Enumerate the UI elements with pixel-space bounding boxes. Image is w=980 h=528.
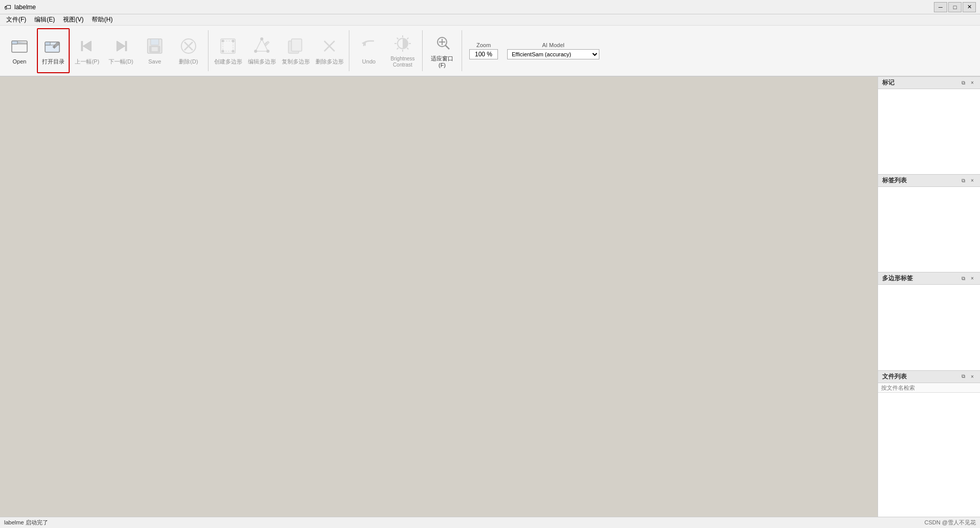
status-right: CSDN @雪人不见花 (925, 519, 976, 526)
main-content: 标记 ⧉ × 标签列表 ⧉ × 多边形标签 (0, 77, 980, 517)
svg-rect-30 (291, 39, 302, 51)
zoom-section: Zoom 100 % (465, 40, 502, 61)
file-list-panel-title: 文件列表 (882, 372, 907, 381)
svg-rect-18 (223, 41, 233, 51)
labels-panel-float-btn[interactable]: ⧉ (960, 177, 967, 184)
svg-point-21 (232, 50, 235, 53)
save-label: Save (148, 58, 161, 65)
annotations-panel-close-btn[interactable]: × (969, 79, 976, 87)
status-text: labelme 启动完了 (4, 519, 48, 526)
svg-point-26 (254, 50, 257, 53)
svg-point-25 (266, 50, 269, 53)
brightness-button[interactable]: Brightness Contrast (386, 28, 419, 73)
zoom-value: 100 % (469, 49, 498, 59)
toolbar-sep-2 (349, 30, 349, 71)
copy-poly-label: 复制多边形 (282, 58, 310, 65)
labels-panel-body (878, 187, 980, 272)
svg-line-39 (397, 38, 399, 39)
ai-model-section: AI Model EfficientSam (accuracy) (503, 40, 603, 61)
edit-poly-button[interactable]: 编辑多边形 (245, 28, 278, 73)
app-icon: 🏷 (4, 3, 11, 11)
maximize-button[interactable]: □ (948, 2, 962, 12)
open-label: Open (13, 58, 27, 65)
title-bar: 🏷 labelme ─ □ ✕ (0, 0, 980, 14)
annotations-panel-header: 标记 ⧉ × (878, 77, 980, 89)
fit-window-icon (432, 33, 452, 53)
canvas-area[interactable] (0, 77, 878, 517)
menu-edit[interactable]: 编辑(E) (30, 14, 59, 25)
open-button[interactable]: Open (3, 28, 36, 73)
edit-poly-icon (252, 36, 272, 56)
annotations-panel: 标记 ⧉ × (878, 77, 980, 175)
file-list-panel: 文件列表 ⧉ × (878, 371, 980, 517)
file-list-panel-close-btn[interactable]: × (969, 373, 976, 380)
delete-icon (178, 36, 199, 56)
next-button[interactable]: 下一幅(D) (105, 28, 137, 73)
open-dir-button[interactable]: 打开目录 (37, 28, 70, 73)
labels-panel-title: 标签列表 (882, 176, 907, 185)
svg-line-42 (397, 48, 399, 50)
copy-poly-button[interactable]: 复制多边形 (279, 28, 312, 73)
edit-poly-label: 编辑多边形 (248, 58, 276, 65)
labels-panel: 标签列表 ⧉ × (878, 175, 980, 272)
svg-point-20 (232, 40, 235, 43)
create-poly-label: 创建多边形 (214, 58, 242, 65)
undo-button[interactable]: Undo (352, 28, 385, 73)
menu-view[interactable]: 视图(V) (59, 14, 88, 25)
svg-line-44 (445, 45, 449, 49)
annotations-panel-body (878, 89, 980, 174)
fit-window-label: 适应窗口(F) (427, 55, 457, 69)
svg-rect-13 (152, 47, 158, 51)
copy-poly-icon (285, 36, 306, 56)
minimize-button[interactable]: ─ (934, 2, 947, 12)
ai-model-select[interactable]: EfficientSam (accuracy) (507, 49, 599, 59)
file-search-input[interactable] (878, 383, 980, 393)
next-icon (111, 36, 131, 56)
prev-label: 上一幅(P) (75, 58, 99, 65)
create-poly-button[interactable]: 创建多边形 (212, 28, 244, 73)
file-list-panel-body (878, 393, 980, 517)
svg-rect-7 (81, 41, 83, 51)
create-poly-icon (218, 36, 238, 56)
del-poly-icon (319, 36, 340, 56)
toolbar-sep-4 (462, 30, 462, 71)
toolbar: Open 打开目录 上一幅(P) (0, 26, 980, 77)
close-button[interactable]: ✕ (963, 2, 976, 12)
labels-panel-controls: ⧉ × (960, 177, 976, 184)
svg-line-40 (407, 48, 409, 50)
labels-panel-header: 标签列表 ⧉ × (878, 175, 980, 187)
polygon-labels-panel-close-btn[interactable]: × (969, 275, 976, 282)
file-list-panel-float-btn[interactable]: ⧉ (960, 373, 967, 380)
prev-button[interactable]: 上一幅(P) (71, 28, 103, 73)
svg-marker-8 (117, 41, 125, 51)
open-icon (9, 36, 30, 56)
svg-rect-1 (12, 41, 17, 44)
right-panels: 标记 ⧉ × 标签列表 ⧉ × 多边形标签 (878, 77, 980, 517)
delete-label: 删除(D) (179, 58, 198, 65)
file-list-panel-header: 文件列表 ⧉ × (878, 371, 980, 383)
app-title: labelme (14, 4, 36, 11)
labels-panel-close-btn[interactable]: × (969, 177, 976, 184)
annotations-panel-controls: ⧉ × (960, 79, 976, 87)
title-bar-controls: ─ □ ✕ (934, 2, 976, 12)
zoom-label: Zoom (476, 42, 491, 48)
svg-marker-6 (83, 41, 91, 51)
annotations-panel-float-btn[interactable]: ⧉ (960, 79, 967, 87)
undo-label: Undo (362, 58, 376, 65)
menu-file[interactable]: 文件(F) (2, 14, 30, 25)
svg-point-24 (260, 37, 263, 40)
undo-icon (359, 36, 379, 56)
delete-button[interactable]: 删除(D) (172, 28, 205, 73)
save-icon (144, 36, 165, 56)
menu-help[interactable]: 帮助(H) (88, 14, 117, 25)
fit-window-button[interactable]: 适应窗口(F) (426, 28, 458, 73)
ai-model-label: AI Model (542, 42, 564, 48)
brightness-label: Brightness Contrast (390, 56, 414, 68)
svg-rect-9 (125, 41, 127, 51)
polygon-labels-panel-float-btn[interactable]: ⧉ (960, 275, 967, 282)
file-list-panel-controls: ⧉ × (960, 373, 976, 380)
brightness-icon (392, 33, 413, 54)
save-button[interactable]: Save (138, 28, 171, 73)
del-poly-button[interactable]: 删除多边形 (313, 28, 346, 73)
prev-icon (77, 36, 97, 56)
